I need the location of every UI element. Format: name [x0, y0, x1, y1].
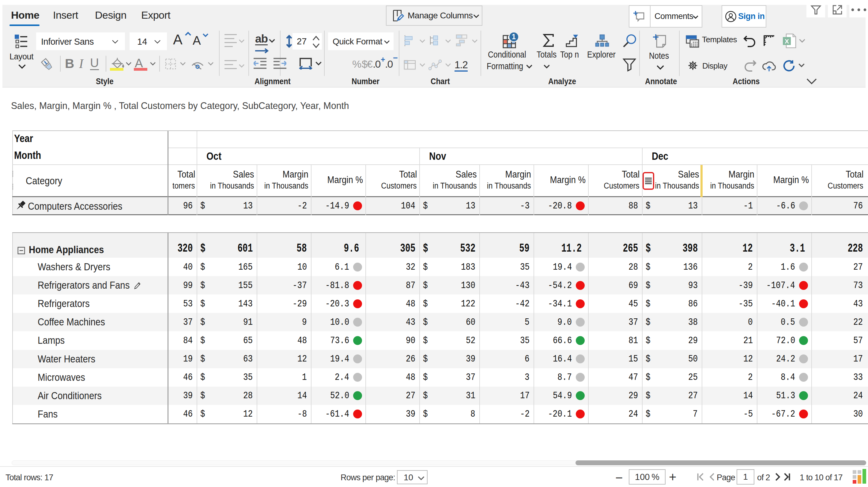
svg-text:X: X — [785, 38, 789, 45]
